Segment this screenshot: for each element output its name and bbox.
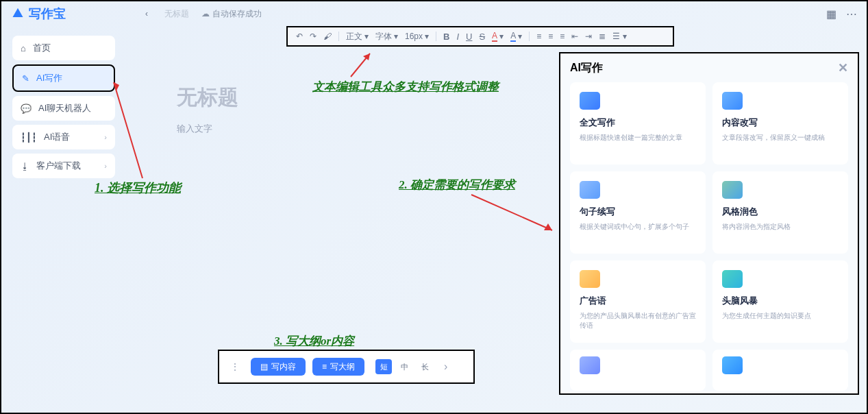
doc-tab-label: 无标题 xyxy=(164,8,189,20)
chevron-down-icon: ▾ xyxy=(425,32,429,41)
align-center-button[interactable]: ≡ xyxy=(548,32,553,41)
card-title: 全文写作 xyxy=(580,117,696,129)
extra2-icon xyxy=(722,356,743,374)
card-full-writing[interactable]: 全文写作 根据标题快速创建一篇完整的文章 xyxy=(570,82,706,165)
home-icon: ⌂ xyxy=(21,43,26,53)
card-desc: 为您的产品头脑风暴出有创意的广告宣传语 xyxy=(580,311,696,330)
length-chip-short[interactable]: 短 xyxy=(375,359,392,374)
ordered-list-button[interactable]: ≣ xyxy=(599,32,606,41)
card-desc: 将内容润色为指定风格 xyxy=(722,222,839,232)
drag-handle-icon[interactable]: ⋮ xyxy=(226,361,244,372)
card-title: 内容改写 xyxy=(722,117,839,129)
list-icon: ≡ xyxy=(322,362,327,372)
font-label: 字体 xyxy=(375,31,392,42)
sidebar-item-download[interactable]: ⭳ 客户端下载 › xyxy=(12,154,115,178)
card-rewrite[interactable]: 内容改写 文章段落改写，保留原义一键成稿 xyxy=(712,82,848,165)
continue-icon xyxy=(580,181,600,199)
sidebar-item-label: 首页 xyxy=(33,42,51,54)
undo-button[interactable]: ↶ xyxy=(296,32,303,41)
sidebar-item-home[interactable]: ⌂ 首页 xyxy=(12,36,115,60)
underline-button[interactable]: U xyxy=(466,32,472,42)
redo-button[interactable]: ↷ xyxy=(310,32,317,41)
font-select[interactable]: 字体 ▾ xyxy=(375,31,398,42)
autosave-text: 自动保存成功 xyxy=(212,8,262,20)
extra1-icon xyxy=(580,356,600,374)
length-chip-long[interactable]: 长 xyxy=(417,359,433,374)
bold-button[interactable]: B xyxy=(443,32,449,42)
format-painter-button[interactable]: 🖌 xyxy=(323,32,332,41)
chevron-right-icon[interactable]: › xyxy=(444,361,447,373)
chevron-down-icon: ▾ xyxy=(364,32,369,41)
length-chip-medium[interactable]: 中 xyxy=(396,359,412,374)
card-desc: 根据关键词或中心句，扩展多个句子 xyxy=(580,222,696,232)
sidebar-item-ai-chatbot[interactable]: 💬 AI聊天机器人 xyxy=(12,96,115,121)
full-writing-icon xyxy=(580,92,600,110)
card-slogan[interactable]: 广告语 为您的产品头脑风暴出有创意的广告宣传语 xyxy=(570,260,706,343)
slogan-icon xyxy=(580,270,600,288)
card-continue[interactable]: 句子续写 根据关键词或中心句，扩展多个句子 xyxy=(570,171,706,254)
svg-line-1 xyxy=(351,53,370,77)
write-outline-label: 写大纲 xyxy=(330,361,355,373)
arrow-3 xyxy=(466,191,562,239)
write-outline-button[interactable]: ≡写大纲 xyxy=(312,358,364,376)
cloud-icon: ☁ xyxy=(201,9,210,19)
ai-writing-panel: AI写作 ✕ 全文写作 根据标题快速创建一篇完整的文章 内容改写 文章段落改写，… xyxy=(559,52,859,395)
unordered-list-button[interactable]: ☰ ▾ xyxy=(612,32,626,41)
sidebar-item-label: AI写作 xyxy=(36,72,62,84)
brainstorm-icon xyxy=(722,270,743,288)
textcolor-button[interactable]: A ▾ xyxy=(492,31,504,42)
card-style[interactable]: 风格润色 将内容润色为指定风格 xyxy=(712,171,848,254)
style-icon xyxy=(722,181,743,199)
annotation-4: 3. 写大纲or内容 xyxy=(274,333,354,349)
card-desc: 根据标题快速创建一篇完整的文章 xyxy=(580,133,696,143)
card-desc: 为您生成任何主题的知识要点 xyxy=(722,311,839,321)
card-title: 风格润色 xyxy=(722,206,839,218)
card-title: 头脑风暴 xyxy=(722,295,839,307)
annotation-3: 2. 确定需要的写作要求 xyxy=(399,177,515,193)
paragraph-style-label: 正文 xyxy=(346,31,362,42)
chevron-right-icon: › xyxy=(104,162,107,170)
fontsize-label: 16px xyxy=(405,32,423,41)
grid-icon[interactable]: ▦ xyxy=(826,8,836,21)
paragraph-style-select[interactable]: 正文 ▾ xyxy=(346,31,369,42)
chat-icon: 💬 xyxy=(21,103,32,114)
pen-icon: ✎ xyxy=(22,73,29,84)
rewrite-icon xyxy=(722,92,743,110)
indent-decrease-button[interactable]: ⇤ xyxy=(571,32,578,41)
doc-body-input[interactable]: 输入文字 xyxy=(177,123,547,135)
editor-toolbar: ↶ ↷ 🖌 正文 ▾ 字体 ▾ 16px ▾ B I U S A ▾ A ▾ ≡… xyxy=(286,26,674,47)
card-brainstorm[interactable]: 头脑风暴 为您生成任何主题的知识要点 xyxy=(712,260,848,343)
card-extra-1[interactable] xyxy=(570,350,706,391)
italic-button[interactable]: I xyxy=(456,32,459,42)
indent-increase-button[interactable]: ⇥ xyxy=(585,32,592,41)
align-right-button[interactable]: ≡ xyxy=(560,32,565,41)
card-desc: 文章段落改写，保留原义一键成稿 xyxy=(722,133,839,143)
sidebar: ⌂ 首页 ✎ AI写作 💬 AI聊天机器人 ┇┃┇ AI语音 › ⭳ 客户端下载… xyxy=(12,36,115,182)
sidebar-item-ai-writing[interactable]: ✎ AI写作 xyxy=(12,64,115,92)
panel-title: AI写作 xyxy=(570,61,603,75)
fontsize-select[interactable]: 16px ▾ xyxy=(405,32,429,41)
chevron-down-icon: ▾ xyxy=(394,32,398,41)
card-extra-2[interactable] xyxy=(712,350,848,391)
more-icon[interactable]: ⋯ xyxy=(846,8,857,21)
sidebar-item-label: AI语音 xyxy=(44,131,70,143)
write-content-label: 写内容 xyxy=(271,361,296,373)
app-name: 写作宝 xyxy=(29,5,66,22)
arrow-2 xyxy=(344,47,385,81)
back-button[interactable]: ‹ xyxy=(141,8,152,19)
doc-icon: ▤ xyxy=(260,362,268,372)
sidebar-item-ai-voice[interactable]: ┇┃┇ AI语音 › xyxy=(12,125,115,149)
highlight-button[interactable]: A ▾ xyxy=(510,31,522,42)
chevron-right-icon: › xyxy=(104,133,107,141)
align-left-button[interactable]: ≡ xyxy=(536,32,541,41)
close-icon[interactable]: ✕ xyxy=(838,60,848,75)
strike-button[interactable]: S xyxy=(479,32,485,42)
sidebar-item-label: 客户端下载 xyxy=(36,160,81,172)
app-logo: 写作宝 xyxy=(11,5,66,22)
doc-title-input[interactable]: 无标题 xyxy=(177,84,547,112)
document-area: 无标题 输入文字 xyxy=(177,84,547,135)
card-title: 句子续写 xyxy=(580,206,696,218)
sidebar-item-label: AI聊天机器人 xyxy=(38,102,91,114)
bottom-toolbar: ⋮ ▤写内容 ≡写大纲 短 中 长 › xyxy=(218,350,475,384)
write-content-button[interactable]: ▤写内容 xyxy=(251,358,306,376)
